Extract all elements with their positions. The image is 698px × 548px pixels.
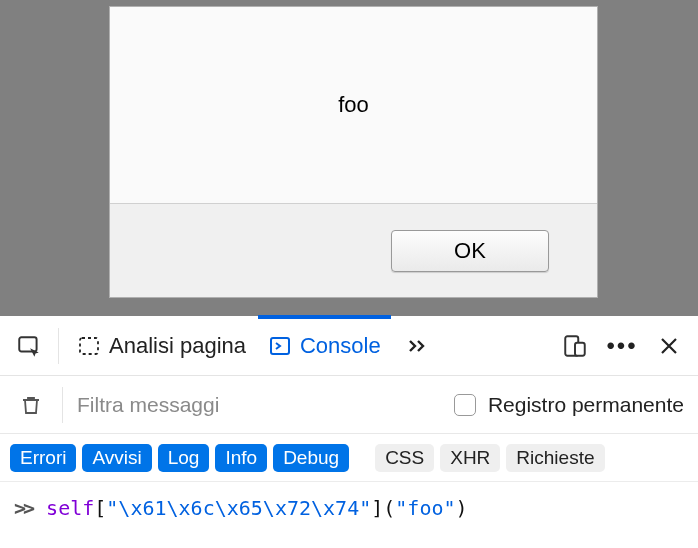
alert-message-text: foo [338, 92, 369, 118]
kebab-menu-icon[interactable]: ••• [602, 329, 642, 363]
devtools-toolbar: Analisi pagina Console ••• [0, 316, 698, 376]
alert-dialog: foo OK [109, 6, 598, 298]
tab-inspector-label: Analisi pagina [109, 333, 246, 359]
devtools-panel: Analisi pagina Console ••• [0, 316, 698, 534]
code-token-open-bracket: [ [94, 496, 106, 520]
code-token-close-paren: ) [456, 496, 468, 520]
console-filter-row: Registro permanente [0, 376, 698, 434]
tab-console[interactable]: Console [262, 316, 387, 375]
console-code: self["\x61\x6c\x65\x72\x74"]("foo") [46, 496, 467, 520]
tabs-overflow-icon[interactable] [397, 329, 437, 363]
trash-icon[interactable] [14, 388, 48, 422]
code-token-open-paren: ( [383, 496, 395, 520]
svg-rect-1 [80, 338, 98, 354]
filter-pill-warnings[interactable]: Avvisi [82, 444, 151, 472]
filter-input[interactable] [77, 393, 442, 417]
alert-ok-button[interactable]: OK [391, 230, 549, 272]
filter-pill-css[interactable]: CSS [375, 444, 434, 472]
pick-element-icon[interactable] [12, 329, 46, 363]
filter-pill-log[interactable]: Log [158, 444, 210, 472]
filter-pill-requests[interactable]: Richieste [506, 444, 604, 472]
tab-console-label: Console [300, 333, 381, 359]
filter-pill-xhr[interactable]: XHR [440, 444, 500, 472]
svg-rect-0 [19, 337, 36, 351]
console-category-row: Errori Avvisi Log Info Debug CSS XHR Ric… [0, 434, 698, 482]
page-backdrop: foo OK [0, 0, 698, 316]
persist-log-label: Registro permanente [488, 393, 684, 417]
filter-pill-debug[interactable]: Debug [273, 444, 349, 472]
filter-pill-info[interactable]: Info [215, 444, 267, 472]
code-token-self: self [46, 496, 94, 520]
filter-pill-errors[interactable]: Errori [10, 444, 76, 472]
alert-footer: OK [110, 203, 597, 297]
code-token-close-bracket: ] [371, 496, 383, 520]
svg-rect-4 [575, 342, 585, 355]
alert-message: foo [110, 7, 597, 203]
console-input-line[interactable]: >> self["\x61\x6c\x65\x72\x74"]("foo") [0, 482, 698, 534]
code-token-arg: "foo" [395, 496, 455, 520]
responsive-mode-icon[interactable] [558, 329, 592, 363]
persist-log-checkbox[interactable] [454, 394, 476, 416]
console-prompt-icon: >> [14, 496, 32, 520]
code-token-key: "\x61\x6c\x65\x72\x74" [106, 496, 371, 520]
tab-inspector[interactable]: Analisi pagina [71, 316, 252, 375]
close-devtools-icon[interactable] [652, 329, 686, 363]
